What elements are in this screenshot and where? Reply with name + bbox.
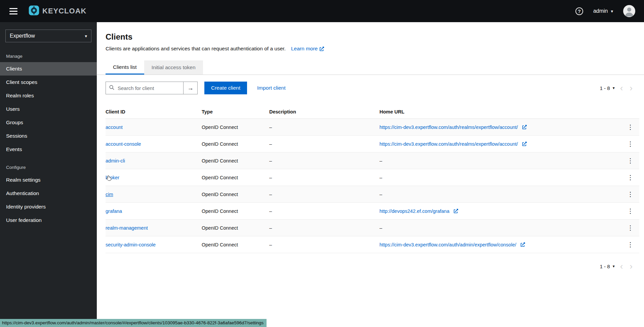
- table-row: account OpenID Connect – https://cim-dev…: [106, 119, 639, 136]
- sidebar-item-groups[interactable]: Groups: [0, 116, 97, 129]
- client-home-url: –: [379, 152, 622, 169]
- sidebar-item-users[interactable]: Users: [0, 102, 97, 116]
- status-bar-url: https://cim-dev3.expertflow.com/auth/adm…: [0, 319, 267, 327]
- home-url-link[interactable]: https://cim-dev3.expertflow.com/auth/adm…: [379, 242, 516, 247]
- pagination-top: 1 - 8 ▾ ‹ ›: [598, 84, 636, 92]
- client-description: –: [269, 119, 379, 136]
- client-type: OpenID Connect: [202, 152, 269, 169]
- hamburger-menu-icon[interactable]: [7, 4, 19, 18]
- learn-more-link[interactable]: Learn more: [291, 46, 324, 52]
- column-header-client-id: Client ID: [106, 104, 202, 119]
- client-description: –: [269, 203, 379, 220]
- client-id-link[interactable]: grafana: [106, 208, 122, 214]
- sidebar-item-authentication[interactable]: Authentication: [0, 187, 97, 200]
- caret-down-icon: ▾: [613, 264, 615, 269]
- client-type: OpenID Connect: [202, 186, 269, 203]
- help-icon[interactable]: ?: [575, 7, 583, 15]
- home-url-link[interactable]: http://devops242.ef.com/grafana: [379, 208, 449, 214]
- table-row: admin-cli OpenID Connect – – ⋮: [106, 152, 639, 169]
- sidebar-item-user-federation[interactable]: User federation: [0, 214, 97, 227]
- nav-section: Configure Realm settingsAuthenticationId…: [0, 156, 97, 227]
- nav-section-title: Manage: [0, 45, 97, 62]
- avatar[interactable]: [623, 5, 635, 17]
- masthead: KEYCLOAK ? admin ▾: [0, 0, 644, 22]
- client-id-link[interactable]: cim: [106, 192, 113, 197]
- pagination-next-button[interactable]: ›: [626, 262, 636, 271]
- client-type: OpenID Connect: [202, 136, 269, 152]
- search-group: →: [106, 82, 198, 94]
- client-description: –: [269, 186, 379, 203]
- empty-value-dash: –: [379, 225, 382, 231]
- client-type: OpenID Connect: [202, 236, 269, 253]
- sidebar-item-identity-providers[interactable]: Identity providers: [0, 200, 97, 214]
- search-submit-button[interactable]: →: [184, 82, 198, 94]
- table-row: grafana OpenID Connect – http://devops24…: [106, 203, 639, 220]
- chevron-down-icon: ▾: [85, 34, 87, 39]
- client-id-link[interactable]: admin-cli: [106, 158, 125, 164]
- kebab-menu-button[interactable]: ⋮: [624, 206, 637, 216]
- table-row: cim OpenID Connect – – ⋮: [106, 186, 639, 203]
- client-id-link[interactable]: broker: [106, 175, 119, 180]
- keycloak-logo-icon: [28, 5, 40, 17]
- home-url-link[interactable]: https://cim-dev3.expertflow.com/auth/rea…: [379, 141, 518, 147]
- pagination-prev-button[interactable]: ‹: [617, 84, 627, 92]
- tab-clients-list[interactable]: Clients list: [106, 60, 144, 75]
- clients-table-body: account OpenID Connect – https://cim-dev…: [106, 119, 639, 253]
- kebab-menu-button[interactable]: ⋮: [624, 123, 637, 132]
- toolbar: → Create client Import client 1 - 8 ▾ ‹ …: [97, 75, 644, 101]
- nav-section: Manage ClientsClient scopesRealm rolesUs…: [0, 45, 97, 156]
- create-client-button[interactable]: Create client: [204, 82, 247, 94]
- client-id-link[interactable]: realm-management: [106, 225, 148, 231]
- user-menu-dropdown[interactable]: admin ▾: [593, 8, 613, 14]
- kebab-menu-button[interactable]: ⋮: [624, 223, 637, 232]
- help-glyph: ?: [578, 8, 581, 14]
- keycloak-logo: KEYCLOAK: [28, 5, 86, 17]
- client-home-url: –: [379, 186, 622, 203]
- import-client-link[interactable]: Import client: [257, 85, 285, 91]
- sidebar-item-events[interactable]: Events: [0, 143, 97, 156]
- client-home-url: https://cim-dev3.expertflow.com/auth/rea…: [379, 136, 622, 152]
- client-id-link[interactable]: account: [106, 125, 123, 130]
- username-label: admin: [593, 8, 608, 14]
- kebab-menu-button[interactable]: ⋮: [624, 173, 637, 182]
- client-type: OpenID Connect: [202, 220, 269, 236]
- sidebar-item-realm-settings[interactable]: Realm settings: [0, 173, 97, 187]
- pagination-prev-button[interactable]: ‹: [617, 262, 627, 271]
- kebab-menu-button[interactable]: ⋮: [624, 156, 637, 165]
- column-header-actions: [622, 104, 639, 119]
- kebab-menu-button[interactable]: ⋮: [624, 190, 637, 199]
- kebab-menu-button[interactable]: ⋮: [624, 240, 637, 249]
- main-content: Clients Clients are applications and ser…: [97, 22, 644, 327]
- external-link-icon: [522, 125, 527, 129]
- client-id-link[interactable]: security-admin-console: [106, 242, 156, 247]
- sidebar-item-realm-roles[interactable]: Realm roles: [0, 89, 97, 102]
- pagination-range-label: 1 - 8: [600, 264, 610, 269]
- client-description: –: [269, 152, 379, 169]
- kebab-menu-button[interactable]: ⋮: [624, 139, 637, 148]
- caret-down-icon: ▾: [613, 86, 615, 90]
- client-description: –: [269, 169, 379, 186]
- sidebar-item-clients[interactable]: Clients: [0, 62, 97, 76]
- table-row: broker OpenID Connect – – ⋮: [106, 169, 639, 186]
- column-header-type: Type: [202, 104, 269, 119]
- external-link-icon: [454, 209, 458, 213]
- realm-selector-dropdown[interactable]: Expertflow ▾: [5, 30, 91, 42]
- sidebar-item-client-scopes[interactable]: Client scopes: [0, 76, 97, 89]
- table-row: realm-management OpenID Connect – – ⋮: [106, 220, 639, 236]
- client-type: OpenID Connect: [202, 203, 269, 220]
- pagination-next-button[interactable]: ›: [626, 84, 636, 92]
- sidebar-nav: Manage ClientsClient scopesRealm rolesUs…: [0, 45, 97, 227]
- page-subtitle: Clients are applications and services th…: [106, 46, 286, 52]
- client-id-link[interactable]: account-console: [106, 141, 141, 147]
- pagination-range-dropdown[interactable]: 1 - 8 ▾: [598, 263, 617, 270]
- search-input[interactable]: [117, 85, 180, 91]
- pagination-range-dropdown[interactable]: 1 - 8 ▾: [598, 85, 617, 91]
- empty-value-dash: –: [379, 158, 382, 164]
- external-link-icon: [521, 242, 525, 247]
- tab-initial-access-token[interactable]: Initial access token: [144, 60, 203, 75]
- home-url-link[interactable]: https://cim-dev3.expertflow.com/auth/rea…: [379, 125, 518, 130]
- client-description: –: [269, 136, 379, 152]
- sidebar-item-sessions[interactable]: Sessions: [0, 129, 97, 143]
- client-description: –: [269, 236, 379, 253]
- page-title: Clients: [106, 32, 636, 42]
